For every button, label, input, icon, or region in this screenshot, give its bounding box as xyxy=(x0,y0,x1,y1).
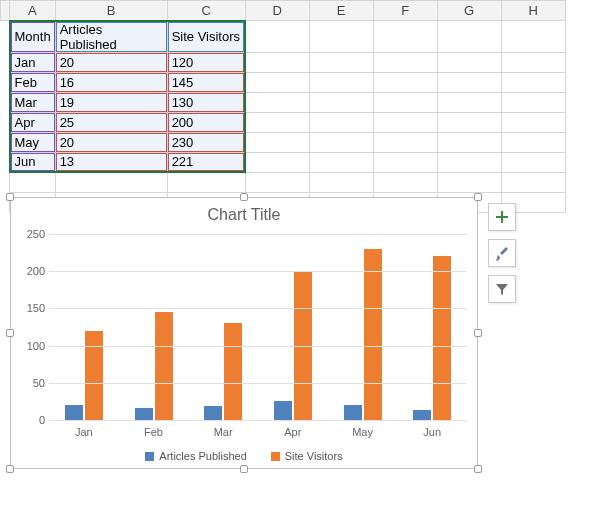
cell[interactable] xyxy=(245,152,309,172)
cell[interactable]: Articles Published xyxy=(55,21,167,53)
cell[interactable] xyxy=(437,152,501,172)
cell[interactable] xyxy=(501,21,565,53)
cell[interactable] xyxy=(373,112,437,132)
cell[interactable]: 120 xyxy=(167,52,245,72)
cell[interactable]: Jan xyxy=(10,52,56,72)
cell[interactable] xyxy=(501,132,565,152)
cell[interactable] xyxy=(501,92,565,112)
cell[interactable] xyxy=(245,21,309,53)
resize-handle[interactable] xyxy=(474,193,482,201)
cell[interactable]: Mar xyxy=(10,92,56,112)
cell[interactable] xyxy=(309,52,373,72)
resize-handle[interactable] xyxy=(474,329,482,337)
chart-elements-button[interactable] xyxy=(488,203,516,231)
cell[interactable]: Jun xyxy=(10,152,56,172)
cell[interactable] xyxy=(437,72,501,92)
bar[interactable] xyxy=(204,406,222,420)
cell[interactable] xyxy=(437,92,501,112)
cell[interactable]: Month xyxy=(10,21,56,53)
legend-item[interactable]: Articles Published xyxy=(145,450,246,462)
cell[interactable] xyxy=(309,152,373,172)
cell[interactable] xyxy=(437,21,501,53)
cell[interactable] xyxy=(373,52,437,72)
cell[interactable] xyxy=(373,92,437,112)
bar[interactable] xyxy=(364,249,382,420)
bar[interactable] xyxy=(65,405,83,420)
legend-item[interactable]: Site Visitors xyxy=(271,450,343,462)
cell[interactable] xyxy=(501,52,565,72)
cell[interactable] xyxy=(10,172,56,192)
cell[interactable] xyxy=(245,172,309,192)
cell[interactable]: 20 xyxy=(55,132,167,152)
col-header[interactable]: C xyxy=(167,1,245,21)
plot-area[interactable]: 050100150200250 xyxy=(49,234,467,420)
col-header[interactable]: A xyxy=(10,1,56,21)
resize-handle[interactable] xyxy=(240,193,248,201)
cell[interactable] xyxy=(437,172,501,192)
cell[interactable] xyxy=(373,21,437,53)
cell[interactable] xyxy=(373,152,437,172)
resize-handle[interactable] xyxy=(240,465,248,473)
col-header[interactable]: F xyxy=(373,1,437,21)
cell[interactable]: 19 xyxy=(55,92,167,112)
cell[interactable]: 221 xyxy=(167,152,245,172)
cell[interactable] xyxy=(245,72,309,92)
cell[interactable] xyxy=(245,92,309,112)
col-header[interactable]: E xyxy=(309,1,373,21)
bar[interactable] xyxy=(433,256,451,420)
chart-filters-button[interactable] xyxy=(488,275,516,303)
cell[interactable]: 25 xyxy=(55,112,167,132)
cell[interactable] xyxy=(309,21,373,53)
bar[interactable] xyxy=(85,331,103,420)
embedded-chart[interactable]: Chart Title 050100150200250 JanFebMarApr… xyxy=(10,197,478,469)
cell[interactable] xyxy=(501,72,565,92)
bar[interactable] xyxy=(224,323,242,420)
cell[interactable] xyxy=(167,172,245,192)
cell[interactable] xyxy=(55,172,167,192)
cell[interactable] xyxy=(373,132,437,152)
cell[interactable]: 130 xyxy=(167,92,245,112)
cell[interactable] xyxy=(437,112,501,132)
resize-handle[interactable] xyxy=(6,329,14,337)
cell[interactable] xyxy=(309,112,373,132)
bar[interactable] xyxy=(155,312,173,420)
bar[interactable] xyxy=(344,405,362,420)
cell[interactable] xyxy=(437,132,501,152)
cell[interactable] xyxy=(309,92,373,112)
cell[interactable] xyxy=(501,152,565,172)
cell[interactable] xyxy=(309,132,373,152)
cell[interactable] xyxy=(501,172,565,192)
cell[interactable]: 200 xyxy=(167,112,245,132)
col-header[interactable]: H xyxy=(501,1,565,21)
cell[interactable] xyxy=(309,72,373,92)
cell[interactable]: Apr xyxy=(10,112,56,132)
chart-legend[interactable]: Articles Published Site Visitors xyxy=(11,450,477,462)
cell[interactable]: May xyxy=(10,132,56,152)
cell[interactable] xyxy=(245,112,309,132)
chart-title[interactable]: Chart Title xyxy=(11,198,477,228)
cell[interactable]: 13 xyxy=(55,152,167,172)
cell[interactable]: 20 xyxy=(55,52,167,72)
cell[interactable] xyxy=(309,172,373,192)
bar[interactable] xyxy=(274,401,292,420)
cell[interactable] xyxy=(245,52,309,72)
cell[interactable]: 16 xyxy=(55,72,167,92)
spreadsheet-grid[interactable]: A B C D E F G H MonthArticles PublishedS… xyxy=(0,0,566,213)
cell[interactable] xyxy=(437,52,501,72)
col-header[interactable]: B xyxy=(55,1,167,21)
bar[interactable] xyxy=(413,410,431,420)
resize-handle[interactable] xyxy=(474,465,482,473)
col-header[interactable]: D xyxy=(245,1,309,21)
chart-styles-button[interactable] xyxy=(488,239,516,267)
cell[interactable]: Feb xyxy=(10,72,56,92)
cell[interactable] xyxy=(373,72,437,92)
cell[interactable] xyxy=(373,172,437,192)
cell[interactable]: Site Visitors xyxy=(167,21,245,53)
col-header[interactable]: G xyxy=(437,1,501,21)
bar[interactable] xyxy=(135,408,153,420)
cell[interactable] xyxy=(245,132,309,152)
resize-handle[interactable] xyxy=(6,465,14,473)
cell[interactable]: 230 xyxy=(167,132,245,152)
cell[interactable] xyxy=(501,112,565,132)
cell[interactable]: 145 xyxy=(167,72,245,92)
